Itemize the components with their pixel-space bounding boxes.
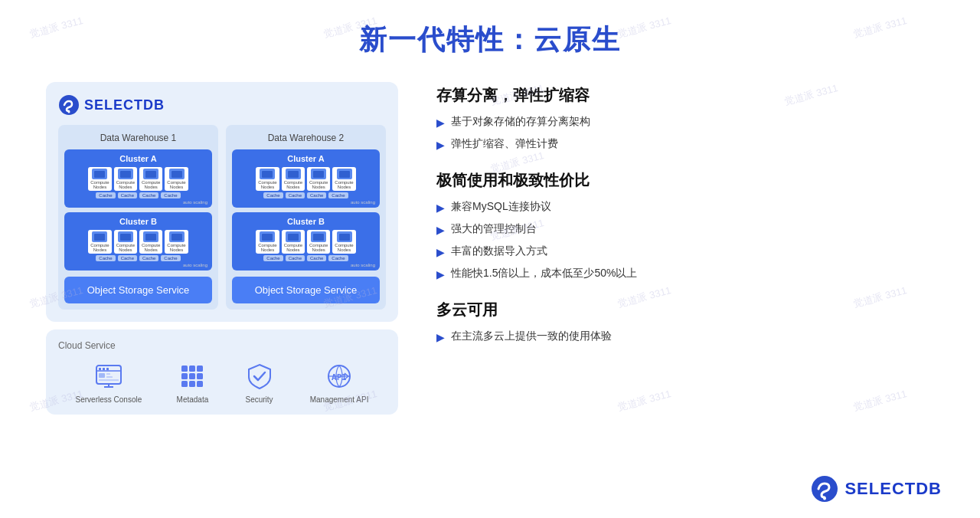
selectdb-logo-text: SELECTDB (84, 97, 165, 113)
node-label: ComputeNodes (167, 180, 185, 189)
node-label: ComputeNodes (335, 243, 353, 252)
node-item: ComputeNodes (256, 230, 279, 254)
warehouses-row: Data Warehouse 1 Cluster A ComputeNodes … (58, 125, 386, 310)
svg-rect-15 (189, 366, 195, 372)
bullet-icon: ▶ (436, 115, 445, 131)
node-icon (311, 169, 326, 179)
cache-item: Cache (307, 255, 326, 261)
bottom-logo-text: SELECTDB (844, 479, 942, 499)
bullet-icon: ▶ (436, 222, 445, 238)
serverless-console-icon (93, 360, 125, 392)
feature-heading-2: 极简使用和极致性价比 (436, 170, 934, 191)
node-icon (92, 231, 107, 242)
node-item: ComputeNodes (114, 167, 137, 191)
cache-item: Cache (286, 192, 305, 198)
bottom-logo-icon (811, 475, 838, 503)
node-item: ComputeNodes (114, 230, 137, 254)
node-icon (143, 169, 158, 179)
feature-item: ▶ 强大的管理控制台 (436, 221, 934, 238)
svg-point-1 (68, 111, 70, 113)
cache-item: Cache (139, 192, 158, 198)
cache-item: Cache (307, 192, 326, 198)
node-item: ComputeNodes (282, 167, 305, 191)
feature-section-2: 极简使用和极致性价比 ▶ 兼容MySQL连接协议 ▶ 强大的管理控制台 ▶ 丰富… (436, 170, 934, 283)
cache-item: Cache (118, 255, 137, 261)
node-label: ComputeNodes (116, 243, 135, 252)
auto-scaling-text: auto scaling (237, 200, 375, 205)
svg-rect-10 (99, 379, 119, 381)
feature-item: ▶ 基于对象存储的存算分离架构 (436, 113, 934, 131)
feature-section-3: 多云可用 ▶ 在主流多云上提供一致的使用体验 (436, 300, 934, 346)
cluster-a-2-title: Cluster A (237, 154, 375, 163)
svg-rect-18 (189, 373, 195, 379)
cache-row: Cache Cache Cache Cache (237, 192, 375, 198)
security-label: Security (246, 395, 273, 404)
cache-row: Cache Cache Cache Cache (69, 255, 207, 261)
svg-rect-19 (197, 373, 203, 379)
node-label: ComputeNodes (284, 180, 302, 189)
right-panel: 存算分离，弹性扩缩容 ▶ 基于对象存储的存算分离架构 ▶ 弹性扩缩容、弹性计费 … (436, 82, 934, 415)
feature-text: 在主流多云上提供一致的使用体验 (451, 328, 612, 344)
selectdb-logo: SELECTDB (58, 94, 386, 116)
feature-text: 弹性扩缩容、弹性计费 (451, 136, 558, 152)
node-icon (169, 169, 185, 179)
cache-item: Cache (96, 192, 115, 198)
node-label: ComputeNodes (258, 180, 276, 189)
bullet-icon: ▶ (436, 267, 445, 283)
feature-text: 基于对象存储的存算分离架构 (451, 113, 590, 130)
node-item: ComputeNodes (88, 230, 111, 254)
feature-heading-3: 多云可用 (436, 300, 934, 320)
selectdb-logo-icon (58, 94, 80, 116)
bullet-icon: ▶ (436, 200, 445, 216)
feature-item: ▶ 弹性扩缩容、弹性计费 (436, 136, 934, 153)
cache-item: Cache (161, 255, 180, 261)
feature-text: 丰富的数据导入方式 (451, 243, 547, 259)
node-icon (118, 169, 133, 179)
svg-rect-9 (106, 376, 113, 378)
node-item: ComputeNodes (332, 167, 355, 191)
cluster-b-2: Cluster B ComputeNodes ComputeNodes (232, 212, 380, 270)
node-item: ComputeNodes (88, 167, 111, 191)
node-item: ComputeNodes (307, 167, 330, 191)
node-item: ComputeNodes (282, 230, 305, 254)
node-item: ComputeNodes (307, 230, 330, 254)
auto-scaling-text: auto scaling (69, 200, 207, 205)
bottom-logo: SELECTDB (811, 475, 942, 503)
svg-rect-8 (106, 373, 110, 375)
node-label: ComputeNodes (335, 180, 353, 189)
svg-rect-6 (106, 368, 109, 370)
svg-rect-7 (99, 373, 105, 378)
node-item: ComputeNodes (165, 167, 188, 191)
svg-text:API: API (332, 372, 347, 382)
cluster-a-2-nodes: ComputeNodes ComputeNodes ComputeNodes (237, 167, 375, 191)
metadata-label: Metadata (177, 395, 209, 404)
node-icon (337, 169, 352, 179)
cache-row: Cache Cache Cache Cache (69, 192, 207, 198)
cloud-icons-row: Serverless Console (58, 360, 386, 404)
node-icon (260, 169, 275, 179)
warehouse-2-title: Data Warehouse 2 (232, 133, 380, 143)
management-api-item: API Management API (310, 360, 369, 404)
node-label: ComputeNodes (309, 243, 328, 252)
svg-rect-22 (197, 381, 203, 387)
feature-heading-1: 存算分离，弹性扩缩容 (436, 85, 934, 106)
cluster-a-1: Cluster A ComputeNodes ComputeNodes (64, 149, 212, 208)
feature-text: 强大的管理控制台 (451, 221, 537, 237)
node-label: ComputeNodes (90, 180, 109, 189)
cache-item: Cache (328, 192, 348, 198)
node-item: ComputeNodes (332, 230, 355, 254)
feature-section-1: 存算分离，弹性扩缩容 ▶ 基于对象存储的存算分离架构 ▶ 弹性扩缩容、弹性计费 (436, 85, 934, 153)
oss-button-2: Object Storage Service (232, 277, 380, 303)
svg-rect-20 (181, 381, 188, 387)
node-icon (260, 231, 275, 242)
serverless-console-item: Serverless Console (76, 360, 142, 404)
auto-scaling-text: auto scaling (69, 263, 207, 267)
management-api-label: Management API (310, 395, 369, 404)
cluster-b-1: Cluster B ComputeNodes ComputeNodes (64, 212, 212, 270)
feature-text: 性能快1.5倍以上，成本低至少50%以上 (451, 265, 637, 281)
node-label: ComputeNodes (284, 243, 302, 252)
node-item: ComputeNodes (165, 230, 188, 254)
cache-item: Cache (263, 255, 283, 261)
node-icon (118, 231, 133, 242)
cluster-b-1-title: Cluster B (69, 217, 207, 226)
